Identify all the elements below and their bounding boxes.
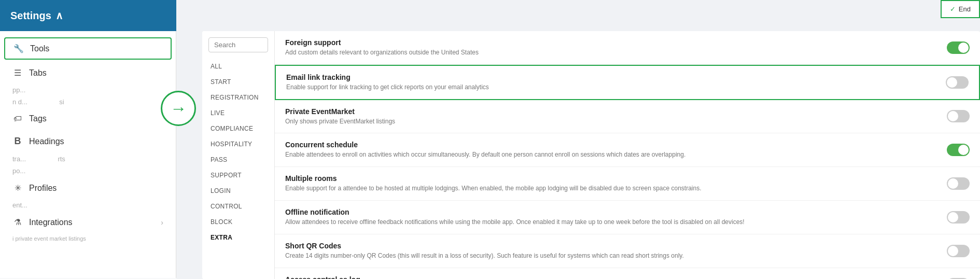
- setting-info-offline-notification: Offline notificationAllow attendees to r…: [285, 208, 939, 227]
- sidebar-item-integrations-label: Integrations: [29, 218, 73, 227]
- sidebar-item-headings[interactable]: B Headings: [0, 130, 176, 153]
- setting-desc-multiple-rooms: Enable support for a attendee to be host…: [285, 184, 939, 193]
- search-input[interactable]: [208, 37, 268, 52]
- setting-name-foreign-support: Foreign support: [285, 38, 939, 47]
- setting-row-offline-notification: Offline notificationAllow attendees to r…: [275, 201, 980, 234]
- setting-info-concurrent-schedule: Concurrent scheduleEnable attendees to e…: [285, 141, 939, 159]
- nav-item-all[interactable]: ALL: [202, 59, 274, 74]
- nav-item-control[interactable]: CONTROL: [202, 199, 274, 214]
- toggle-private-eventmarket[interactable]: [947, 110, 970, 122]
- sidebar-item-profiles-label: Profiles: [29, 184, 57, 193]
- tabs-icon: ☰: [12, 68, 23, 78]
- sidebar-bg-line-2: n d... si: [0, 96, 176, 108]
- sidebar: Settings ∧ 🔧 Tools ☰ Tabs pp... n d... s…: [0, 0, 176, 279]
- setting-row-foreign-support: Foreign supportAdd custom details releva…: [275, 31, 980, 65]
- settings-nav-list: ALLSTARTREGISTRATIONLIVECOMPLIANCEHOSPIT…: [202, 59, 274, 245]
- sidebar-header: Settings ∧: [0, 0, 176, 31]
- toggle-offline-notification[interactable]: [947, 211, 970, 224]
- circle-arrow-indicator: →: [161, 91, 196, 126]
- toggle-concurrent-schedule[interactable]: [947, 144, 970, 156]
- setting-row-concurrent-schedule: Concurrent scheduleEnable attendees to e…: [275, 133, 980, 167]
- sidebar-item-tags[interactable]: 🏷 Tags: [0, 108, 176, 130]
- setting-desc-offline-notification: Allow attendees to receive offline feedb…: [285, 218, 939, 227]
- setting-row-email-link-tracking: Email link trackingEnable support for li…: [275, 65, 980, 100]
- chevron-right-icon: ›: [161, 218, 163, 227]
- setting-row-access-control-log: Access control as logWhen enabled, acces…: [275, 268, 980, 279]
- nav-item-compliance[interactable]: COMPLIANCE: [202, 121, 274, 136]
- setting-desc-foreign-support: Add custom details relevant to organizat…: [285, 48, 939, 57]
- nav-item-login[interactable]: LOGIN: [202, 183, 274, 199]
- sidebar-item-tools-label: Tools: [30, 44, 49, 53]
- setting-row-short-qr-codes: Short QR CodesCreate 14 digits number-on…: [275, 234, 980, 268]
- setting-info-foreign-support: Foreign supportAdd custom details releva…: [285, 38, 939, 57]
- main-content: ALLSTARTREGISTRATIONLIVECOMPLIANCEHOSPIT…: [202, 31, 980, 279]
- sidebar-item-profiles[interactable]: ✳ Profiles: [0, 177, 176, 199]
- nav-item-start[interactable]: START: [202, 74, 274, 90]
- nav-item-support[interactable]: SUPPORT: [202, 168, 274, 183]
- sidebar-item-tabs[interactable]: ☰ Tabs: [0, 62, 176, 84]
- nav-item-pass[interactable]: PASS: [202, 152, 274, 168]
- setting-info-private-eventmarket: Private EventMarketOnly shows private Ev…: [285, 107, 939, 126]
- nav-item-extra[interactable]: EXTRA: [202, 230, 274, 245]
- check-icon: ✓: [950, 5, 956, 13]
- setting-desc-concurrent-schedule: Enable attendees to enroll on activities…: [285, 150, 939, 159]
- sidebar-bg-line-3: tra... rts: [0, 153, 176, 165]
- sidebar-item-tools[interactable]: 🔧 Tools: [4, 37, 172, 60]
- sidebar-bg-line-5: ent...: [0, 199, 176, 211]
- integrations-icon: ⚗: [12, 217, 23, 227]
- sidebar-bg-line-1: pp...: [0, 84, 176, 96]
- sidebar-bg-line-6: i private event market listings: [0, 233, 176, 244]
- headings-icon: B: [12, 136, 23, 147]
- setting-row-private-eventmarket: Private EventMarketOnly shows private Ev…: [275, 100, 980, 134]
- setting-name-short-qr-codes: Short QR Codes: [285, 242, 939, 250]
- toggle-short-qr-codes[interactable]: [947, 245, 970, 257]
- setting-info-multiple-rooms: Multiple roomsEnable support for a atten…: [285, 174, 939, 193]
- settings-nav: ALLSTARTREGISTRATIONLIVECOMPLIANCEHOSPIT…: [202, 31, 275, 279]
- setting-name-offline-notification: Offline notification: [285, 208, 939, 216]
- setting-name-private-eventmarket: Private EventMarket: [285, 107, 939, 116]
- setting-row-multiple-rooms: Multiple roomsEnable support for a atten…: [275, 167, 980, 201]
- sidebar-title: Settings: [10, 10, 51, 22]
- sidebar-item-headings-label: Headings: [29, 137, 64, 146]
- end-label: End: [959, 5, 971, 13]
- toggle-foreign-support[interactable]: [947, 41, 970, 54]
- setting-name-access-control-log: Access control as log: [285, 275, 939, 279]
- setting-name-multiple-rooms: Multiple rooms: [285, 174, 939, 183]
- setting-info-email-link-tracking: Email link trackingEnable support for li…: [286, 73, 937, 92]
- profiles-icon: ✳: [12, 183, 23, 193]
- nav-item-registration[interactable]: REGISTRATION: [202, 90, 274, 105]
- tools-icon: 🔧: [13, 44, 24, 53]
- setting-name-email-link-tracking: Email link tracking: [286, 73, 937, 81]
- setting-desc-private-eventmarket: Only shows private EventMarket listings: [285, 117, 939, 126]
- setting-info-access-control-log: Access control as logWhen enabled, acces…: [285, 275, 939, 279]
- tags-icon: 🏷: [12, 114, 23, 123]
- sidebar-item-integrations[interactable]: ⚗ Integrations ›: [0, 211, 176, 233]
- nav-item-block[interactable]: BLOCK: [202, 214, 274, 230]
- sidebar-menu: 🔧 Tools ☰ Tabs pp... n d... si 🏷 Tags B …: [0, 31, 176, 278]
- nav-item-live[interactable]: LIVE: [202, 105, 274, 121]
- sidebar-bg-line-4: po...: [0, 165, 176, 177]
- toggle-email-link-tracking[interactable]: [946, 76, 969, 89]
- end-button-container[interactable]: ✓ End: [941, 0, 980, 18]
- toggle-multiple-rooms[interactable]: [947, 177, 970, 190]
- chevron-icon: ∧: [55, 9, 63, 22]
- setting-info-short-qr-codes: Short QR CodesCreate 14 digits number-on…: [285, 242, 939, 260]
- nav-item-hospitality[interactable]: HOSPITALITY: [202, 136, 274, 152]
- setting-desc-email-link-tracking: Enable support for link tracking to get …: [286, 83, 937, 92]
- setting-desc-short-qr-codes: Create 14 digits number-only QR Codes (t…: [285, 252, 939, 260]
- settings-list: Foreign supportAdd custom details releva…: [275, 31, 980, 279]
- sidebar-item-tabs-label: Tabs: [29, 68, 47, 78]
- setting-name-concurrent-schedule: Concurrent schedule: [285, 141, 939, 149]
- sidebar-item-tags-label: Tags: [29, 114, 47, 123]
